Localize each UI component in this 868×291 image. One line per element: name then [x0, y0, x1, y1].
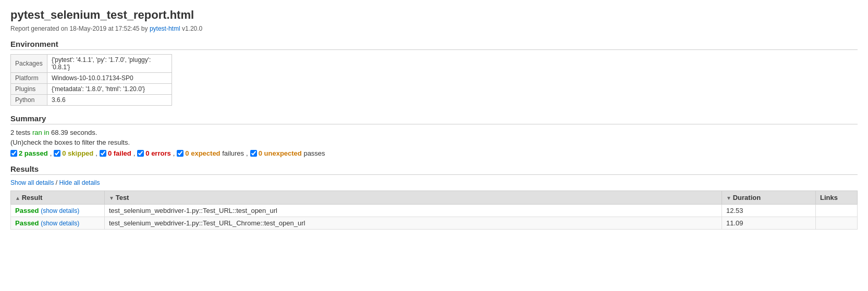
filter-label-errors: 0 errors: [145, 149, 170, 157]
filter-checkbox-skipped[interactable]: [54, 150, 60, 157]
filter-item-xpassed: 0 unexpected passes: [250, 149, 325, 157]
ran-in-word: ran in: [32, 129, 51, 136]
result-passed: Passed: [15, 207, 39, 214]
environment-heading: Environment: [10, 40, 858, 50]
env-label: Platform: [11, 73, 47, 84]
env-row: Python3.6.6: [11, 95, 172, 106]
show-all-details-link[interactable]: Show all details: [10, 179, 54, 186]
report-meta-prefix: Report generated on: [10, 25, 68, 32]
env-label: Python: [11, 95, 47, 106]
table-row: Passed (show details)test_selenium_webdr…: [11, 217, 858, 230]
filter-label-passed: 2 passed: [19, 149, 48, 157]
env-value: 3.6.6: [47, 95, 172, 106]
tests-ran-line: 2 tests ran in 68.39 seconds.: [10, 129, 858, 136]
col-header-result[interactable]: ▲ Result: [11, 191, 105, 205]
env-label: Packages: [11, 55, 47, 73]
test-cell: test_selenium_webdriver-1.py::Test_URL::…: [105, 205, 722, 217]
result-cell: Passed (show details): [11, 205, 105, 217]
col-header-test[interactable]: ▼ Test: [105, 191, 722, 205]
filter-label-xfailed: 0 expected failures: [185, 149, 244, 157]
table-row: Passed (show details)test_selenium_webdr…: [11, 205, 858, 217]
env-value: {'pytest': '4.1.1', 'py': '1.7.0', 'plug…: [47, 55, 172, 73]
filter-checkbox-xfailed[interactable]: [177, 150, 184, 157]
filter-label-failed: 0 failed: [108, 149, 131, 157]
show-details-link[interactable]: (show details): [41, 207, 79, 214]
page-title: pytest_selenium_test_report.html: [10, 8, 858, 22]
filter-item-skipped: 0 skipped: [54, 149, 93, 157]
report-meta-date: 18-May-2019 at 17:52:45 by: [69, 25, 148, 32]
filter-checkbox-passed[interactable]: [10, 150, 17, 157]
filter-checkbox-xpassed[interactable]: [250, 150, 257, 157]
hide-all-details-link[interactable]: Hide all details: [59, 179, 100, 186]
report-meta-version: v1.20.0: [182, 25, 202, 32]
filter-checkbox-errors[interactable]: [137, 150, 144, 157]
tests-duration: 68.39 seconds.: [51, 129, 97, 136]
env-row: Plugins{'metadata': '1.8.0', 'html': '1.…: [11, 84, 172, 95]
environment-table: Packages{'pytest': '4.1.1', 'py': '1.7.0…: [10, 54, 172, 106]
results-table: ▲ Result▼ Test▼ Duration Links Passed (s…: [10, 191, 858, 230]
filter-label-xpassed: 0 unexpected passes: [259, 149, 325, 157]
env-value: {'metadata': '1.8.0', 'html': '1.20.0'}: [47, 84, 172, 95]
filter-checkbox-failed[interactable]: [100, 150, 106, 157]
env-value: Windows-10-10.0.17134-SP0: [47, 73, 172, 84]
summary-heading: Summary: [10, 114, 858, 124]
filter-line: 2 passed,0 skipped,0 failed,0 errors,0 e…: [10, 149, 858, 157]
env-row: Packages{'pytest': '4.1.1', 'py': '1.7.0…: [11, 55, 172, 73]
env-label: Plugins: [11, 84, 47, 95]
pytest-html-link[interactable]: pytest-html: [150, 25, 180, 32]
result-passed: Passed: [15, 219, 39, 227]
report-meta: Report generated on 18-May-2019 at 17:52…: [10, 25, 858, 32]
filter-item-failed: 0 failed: [100, 149, 131, 157]
env-row: PlatformWindows-10-10.0.17134-SP0: [11, 73, 172, 84]
summary-section: Summary 2 tests ran in 68.39 seconds. (U…: [10, 114, 858, 157]
col-header-links[interactable]: Links: [816, 191, 858, 205]
result-cell: Passed (show details): [11, 217, 105, 230]
col-header-duration[interactable]: ▼ Duration: [722, 191, 816, 205]
duration-cell: 11.09: [722, 217, 816, 230]
links-cell: [816, 217, 858, 230]
links-cell: [816, 205, 858, 217]
filter-item-passed: 2 passed: [10, 149, 48, 157]
filter-label-skipped: 0 skipped: [62, 149, 93, 157]
duration-cell: 12.53: [722, 205, 816, 217]
filter-instruction: (Un)check the boxes to filter the result…: [10, 138, 858, 146]
test-cell: test_selenium_webdriver-1.py::Test_URL_C…: [105, 217, 722, 230]
tests-ran-count: 2 tests: [10, 129, 32, 136]
filter-item-errors: 0 errors: [137, 149, 170, 157]
show-details-link[interactable]: (show details): [41, 220, 79, 227]
filter-item-xfailed: 0 expected failures: [177, 149, 244, 157]
results-heading: Results: [10, 165, 858, 175]
details-links: Show all details / Hide all details: [10, 179, 858, 186]
results-section: Results Show all details / Hide all deta…: [10, 165, 858, 230]
